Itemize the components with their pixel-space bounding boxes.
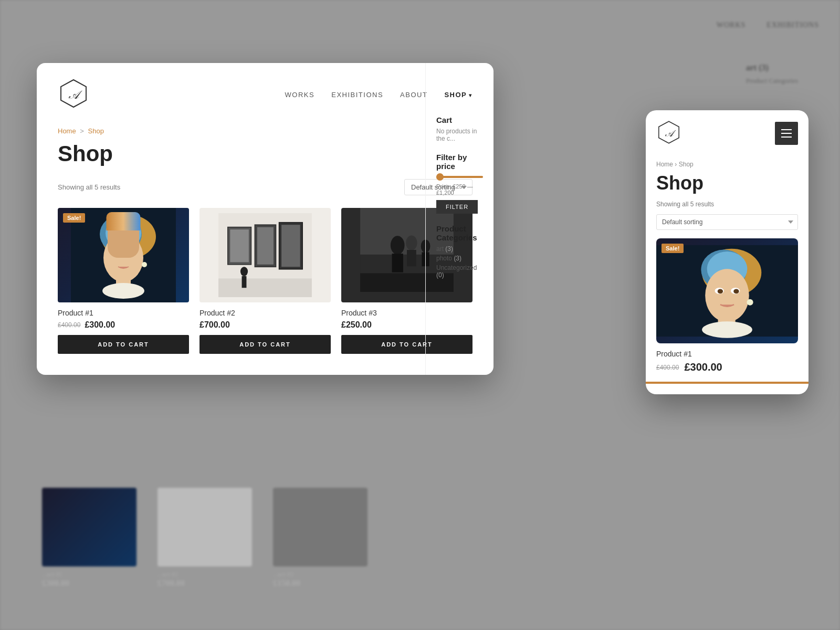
breadcrumb-current: Shop: [88, 127, 104, 135]
breadcrumb: Home > Shop: [58, 127, 472, 135]
svg-rect-21: [218, 278, 312, 297]
svg-point-43: [718, 289, 723, 294]
price-label: Price: £250 — £1,200: [436, 183, 483, 196]
mobile-new-price: £300.00: [684, 361, 722, 373]
svg-rect-27: [392, 254, 403, 272]
hamburger-line-3: [781, 136, 792, 138]
svg-point-6: [103, 234, 143, 282]
svg-point-28: [406, 235, 417, 250]
svg-point-3: [101, 215, 156, 259]
mobile-breadcrumb: Home › Shop: [656, 161, 798, 168]
mobile-page-title: Shop: [656, 172, 798, 194]
add-to-cart-1[interactable]: ADD TO CART: [58, 335, 189, 354]
mobile-breadcrumb-home[interactable]: Home: [656, 161, 673, 168]
nav-about[interactable]: ABOUT: [400, 91, 427, 99]
svg-text:𝒜: 𝒜: [68, 88, 82, 101]
product-img-1: Sale!: [58, 208, 189, 302]
hamburger-line-1: [781, 129, 792, 130]
mobile-showing: Showing all 5 results: [656, 201, 798, 208]
modal-sidebar: Cart No products in the c... Filter by p…: [425, 63, 494, 375]
mobile-product-img: Sale!: [656, 238, 798, 343]
cart-section: Cart No products in the c...: [436, 116, 483, 142]
mobile-body: Home › Shop Shop Showing all 5 results D…: [646, 156, 808, 394]
filter-section: Filter by price Price: £250 — £1,200 FIL…: [436, 153, 483, 214]
shop-controls: Showing all 5 results Default sorting: [58, 179, 472, 195]
mobile-modal: 𝒜 Home › Shop Shop Showing all 5 results…: [646, 110, 808, 394]
mobile-sale-badge: Sale!: [662, 244, 684, 253]
svg-point-9: [126, 251, 134, 256]
svg-point-22: [240, 267, 248, 276]
svg-point-26: [391, 236, 405, 255]
products-grid: Sale! Product #1 £400.00 £300.00 ADD TO …: [58, 208, 472, 354]
svg-point-45: [702, 321, 752, 338]
bg-nav-works: WORKS: [717, 21, 746, 29]
cat-art[interactable]: art (3): [436, 245, 483, 253]
new-price-3: £250.00: [341, 320, 372, 330]
bg-right-sidebar: art (3) Product Categories: [746, 63, 798, 85]
mobile-price-row: £400.00 £300.00: [656, 361, 798, 373]
cat-photo[interactable]: photo (3): [436, 255, 483, 262]
svg-rect-16: [230, 229, 249, 262]
svg-point-13: [142, 262, 147, 267]
desktop-modal: 𝒜 WORKS EXHIBITIONS ABOUT SHOP Home > Sh…: [37, 63, 494, 375]
mobile-breadcrumb-current: Shop: [679, 161, 694, 168]
breadcrumb-home[interactable]: Home: [58, 127, 76, 135]
price-row-1: £400.00 £300.00: [58, 320, 189, 330]
svg-rect-20: [281, 225, 300, 267]
svg-point-10: [116, 252, 121, 256]
product-card-1: Sale! Product #1 £400.00 £300.00 ADD TO …: [58, 208, 189, 354]
svg-point-44: [733, 289, 739, 294]
new-price-1: £300.00: [85, 320, 115, 330]
svg-rect-23: [242, 276, 247, 288]
svg-point-11: [129, 252, 134, 256]
filter-button[interactable]: FILTER: [436, 200, 478, 214]
nav-exhibitions[interactable]: EXHIBITIONS: [331, 91, 383, 99]
sale-badge-1: Sale!: [63, 213, 85, 223]
product-name-2: Product #2: [200, 309, 331, 317]
mobile-header: 𝒜: [646, 110, 808, 156]
price-row-2: £700.00: [200, 320, 331, 330]
categories-section: Product Categories art (3) photo (3) Unc…: [436, 224, 483, 279]
bg-nav-exhibitions: EXHIBITIONS: [766, 21, 819, 29]
mobile-logo[interactable]: 𝒜: [656, 120, 681, 147]
svg-point-8: [113, 251, 121, 256]
product-gallery-img: [200, 208, 331, 302]
price-handle[interactable]: [436, 173, 444, 181]
logo[interactable]: 𝒜: [58, 78, 89, 111]
old-price-1: £400.00: [58, 321, 80, 329]
svg-point-46: [747, 299, 753, 306]
svg-text:𝒜: 𝒜: [665, 128, 676, 139]
cat-uncategorized[interactable]: Uncategorized (0): [436, 264, 483, 279]
svg-point-12: [102, 283, 144, 299]
mobile-product-name: Product #1: [656, 350, 798, 358]
add-to-cart-2[interactable]: ADD TO CART: [200, 335, 331, 354]
bg-bottom-products: ...uct #1 £300.00 ...uct #2 £700.00 ...u…: [42, 488, 368, 588]
mobile-accent-line: [646, 382, 808, 384]
svg-point-39: [705, 269, 749, 322]
price-range-bar[interactable]: [436, 176, 483, 178]
nav-works[interactable]: WORKS: [285, 91, 315, 99]
svg-rect-18: [257, 227, 274, 265]
hamburger-button[interactable]: [775, 122, 798, 145]
mobile-sort-select[interactable]: Default sorting: [656, 214, 798, 230]
svg-rect-29: [407, 250, 416, 266]
svg-point-5: [106, 217, 141, 249]
product-card-2: Product #2 £700.00 ADD TO CART: [200, 208, 331, 354]
page-title: Shop: [58, 141, 472, 166]
showing-results: Showing all 5 results: [58, 183, 120, 191]
product-name-1: Product #1: [58, 309, 189, 317]
product-img-2: [200, 208, 331, 302]
new-price-2: £700.00: [200, 320, 230, 330]
mobile-old-price: £400.00: [656, 364, 679, 371]
bg-nav: WORKS EXHIBITIONS: [21, 10, 819, 40]
hamburger-line-2: [781, 133, 792, 134]
